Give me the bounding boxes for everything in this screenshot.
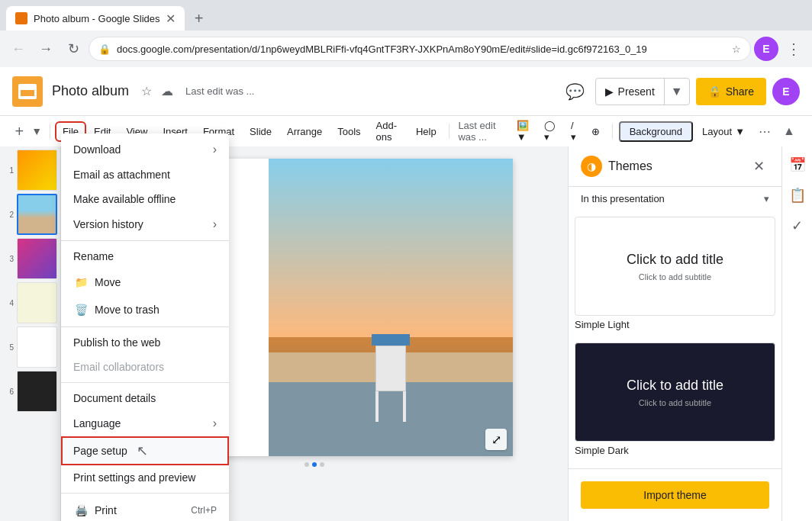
back-button[interactable]: ← bbox=[6, 37, 31, 61]
background-button[interactable]: Background bbox=[619, 121, 693, 142]
dropdown-item-version-history[interactable]: Version history › bbox=[61, 211, 229, 237]
last-edit-toolbar: Last edit was ... bbox=[455, 117, 507, 146]
theme-item-simple-light[interactable]: Click to add title Click to add subtitle… bbox=[575, 217, 775, 333]
more-toolbar-button[interactable]: ⋯ bbox=[754, 121, 775, 142]
browser-menu-button[interactable]: ⋮ bbox=[781, 37, 806, 61]
dropdown-item-offline[interactable]: Make available offline bbox=[61, 187, 229, 211]
slide-menu-item[interactable]: Slide bbox=[243, 123, 278, 140]
add-button[interactable]: + bbox=[12, 121, 27, 142]
tower-leg-right bbox=[403, 391, 406, 422]
user-avatar[interactable]: E bbox=[772, 78, 800, 105]
theme-name-simple-light: Simple Light bbox=[575, 316, 775, 333]
theme-preview-title-light: Click to add title bbox=[627, 252, 723, 268]
download-arrow-icon: › bbox=[213, 143, 217, 156]
email-collaborators-label: Email collaborators bbox=[73, 361, 164, 373]
profile-button[interactable]: E bbox=[754, 37, 778, 61]
share-button[interactable]: 🔒 Share bbox=[696, 78, 766, 105]
offline-label: Make available offline bbox=[73, 193, 176, 205]
slide-thumbnail-1[interactable] bbox=[17, 150, 57, 191]
dropdown-item-move[interactable]: 📁 Move bbox=[61, 269, 229, 296]
slide-thumbnail-3[interactable] bbox=[17, 238, 57, 279]
tower-leg-left bbox=[375, 391, 379, 422]
dropdown-item-print[interactable]: 🖨️ Print Ctrl+P bbox=[61, 497, 229, 521]
layout-button[interactable]: Layout ▼ bbox=[696, 123, 751, 140]
themes-title: Themes bbox=[608, 159, 748, 173]
slide-number-2: 2 bbox=[3, 211, 14, 219]
nav-dot-2[interactable] bbox=[312, 462, 317, 467]
present-button[interactable]: ▶ Present ▼ bbox=[595, 78, 690, 105]
slides-logo-icon bbox=[18, 84, 37, 99]
address-bar[interactable]: 🔒 docs.google.com/presentation/d/1np6wey… bbox=[89, 37, 751, 61]
dropdown-item-rename[interactable]: Rename bbox=[61, 244, 229, 269]
addons-menu-item[interactable]: Add-ons bbox=[370, 117, 407, 146]
slide-image-area bbox=[269, 159, 513, 456]
slide-thumbnail-6[interactable] bbox=[17, 371, 57, 412]
slide-number-3: 3 bbox=[3, 255, 14, 263]
dropdown-item-download[interactable]: Download › bbox=[61, 137, 229, 162]
slide-thumbnail-2[interactable] bbox=[17, 194, 57, 235]
tab-close-button[interactable]: ✕ bbox=[166, 11, 176, 26]
nav-dot-1[interactable] bbox=[304, 462, 309, 467]
browser-controls: ← → ↻ 🔒 docs.google.com/presentation/d/1… bbox=[0, 31, 812, 67]
plus-toolbar-btn[interactable]: ⊕ bbox=[585, 123, 606, 140]
dropdown-item-language[interactable]: Language › bbox=[61, 410, 229, 436]
import-theme-button[interactable]: Import theme bbox=[581, 481, 769, 509]
download-label: Download bbox=[73, 143, 121, 156]
layout-arrow-icon: ▼ bbox=[735, 126, 745, 137]
help-menu-item[interactable]: Help bbox=[410, 123, 443, 140]
tab-favicon bbox=[15, 12, 27, 24]
theme-preview-title-dark: Click to add title bbox=[627, 378, 723, 394]
forward-button[interactable]: → bbox=[34, 37, 58, 61]
themes-dropdown-label: In this presentation bbox=[581, 193, 764, 204]
dropdown-item-publish[interactable]: Publish to the web bbox=[61, 330, 229, 355]
present-dropdown-arrow[interactable]: ▼ bbox=[664, 79, 689, 105]
slide-thumbnail-4[interactable] bbox=[17, 282, 57, 323]
bookmark-icon[interactable]: ☆ bbox=[141, 84, 152, 98]
new-tab-button[interactable]: + bbox=[188, 8, 209, 29]
collapse-toolbar-button[interactable]: ▲ bbox=[778, 121, 800, 142]
dropdown-item-email-collaborators: Email collaborators bbox=[61, 355, 229, 379]
reload-button[interactable]: ↻ bbox=[61, 37, 85, 61]
slide-number-6: 6 bbox=[3, 388, 14, 396]
star-icon[interactable]: ☆ bbox=[732, 43, 741, 55]
slide-floating-button[interactable]: ⤢ bbox=[485, 429, 507, 450]
dropdown-item-trash[interactable]: 🗑️ Move to trash bbox=[61, 296, 229, 323]
add-dropdown-button[interactable]: ▼ bbox=[30, 121, 44, 142]
print-label: Print bbox=[95, 504, 117, 516]
tab-title: Photo album - Google Slides bbox=[34, 13, 160, 24]
themes-dropdown[interactable]: In this presentation ▾ bbox=[569, 187, 781, 211]
image-toolbar-btn[interactable]: 🖼️ ▼ bbox=[511, 117, 535, 146]
publish-label: Publish to the web bbox=[73, 336, 160, 349]
shapes-toolbar-btn[interactable]: ◯ ▾ bbox=[538, 117, 562, 146]
tools-menu-item[interactable]: Tools bbox=[331, 123, 366, 140]
dropdown-item-page-setup[interactable]: Page setup ↖ bbox=[61, 436, 229, 465]
calendar-sidebar-icon[interactable]: 📅 bbox=[785, 153, 810, 177]
dropdown-item-document-details[interactable]: Document details bbox=[61, 386, 229, 410]
comments-button[interactable]: 💬 bbox=[562, 78, 589, 105]
print-settings-label: Print settings and preview bbox=[73, 471, 195, 484]
language-label: Language bbox=[73, 417, 121, 429]
theme-name-simple-dark: Simple Dark bbox=[575, 442, 775, 459]
dropdown-item-email-attachment[interactable]: Email as attachment bbox=[61, 162, 229, 187]
file-dropdown-menu: Download › Email as attachment Make avai… bbox=[61, 133, 229, 521]
nav-dot-3[interactable] bbox=[320, 462, 324, 467]
slide-row-4: 4 bbox=[3, 282, 57, 323]
theme-preview-subtitle-dark: Click to add subtitle bbox=[639, 398, 711, 407]
present-main-button[interactable]: ▶ Present bbox=[596, 79, 664, 105]
themes-close-button[interactable]: ✕ bbox=[748, 156, 769, 177]
slide-thumbnail-5[interactable] bbox=[17, 326, 57, 368]
toolbar-divider-1 bbox=[50, 124, 50, 139]
browser-tab[interactable]: Photo album - Google Slides ✕ bbox=[6, 6, 185, 31]
tasks-sidebar-icon[interactable]: 📋 bbox=[785, 183, 810, 207]
notes-sidebar-icon[interactable]: ✓ bbox=[785, 214, 810, 238]
monitor-icon: ▶ bbox=[605, 85, 614, 98]
dropdown-item-print-settings[interactable]: Print settings and preview bbox=[61, 465, 229, 490]
themes-dropdown-arrow-icon: ▾ bbox=[764, 193, 769, 204]
themes-header: ◑ Themes ✕ bbox=[569, 146, 781, 187]
arrange-menu-item[interactable]: Arrange bbox=[281, 123, 328, 140]
themes-list: Click to add title Click to add subtitle… bbox=[569, 211, 781, 468]
lines-toolbar-btn[interactable]: / ▾ bbox=[565, 117, 582, 146]
theme-preview-simple-dark: Click to add title Click to add subtitle bbox=[575, 343, 775, 442]
theme-item-simple-dark[interactable]: Click to add title Click to add subtitle… bbox=[575, 343, 775, 459]
rename-label: Rename bbox=[73, 250, 114, 262]
